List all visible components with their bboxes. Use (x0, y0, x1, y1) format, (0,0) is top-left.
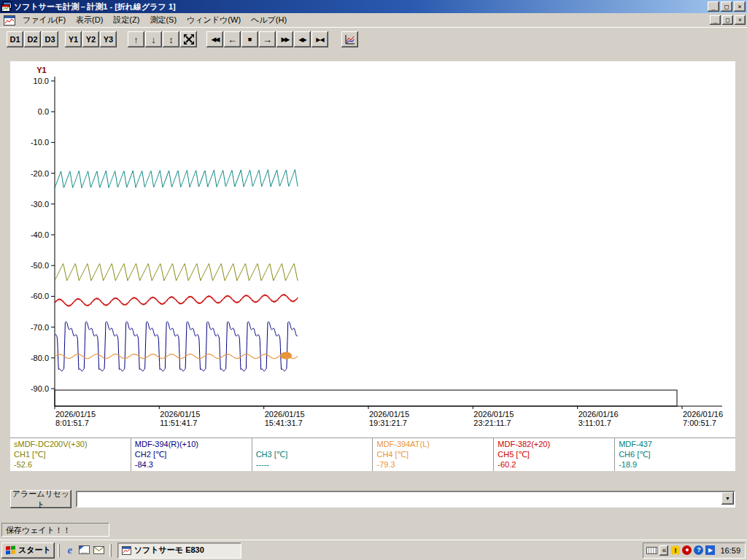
scroll-down-button[interactable]: ↓ (145, 31, 162, 47)
stop-icon: ■ (248, 36, 252, 43)
start-button[interactable]: スタート (1, 542, 55, 559)
play-tray-icon[interactable]: ▶ (705, 545, 715, 555)
line-chart[interactable]: Y110.00.0-10.0-20.0-30.0-40.0-50.0-60.0-… (10, 61, 735, 438)
y-tick-label: -70.0 (31, 323, 49, 332)
internet-explorer-icon[interactable]: e (63, 543, 77, 558)
x-tick-time: 8:01:51.7 (55, 419, 89, 427)
legend-channel: CH2 [℃] (135, 449, 248, 459)
x-tick-date: 2026/01/15 (160, 410, 200, 419)
up-down-arrow-icon: ↕ (169, 34, 174, 45)
legend-cell-ch5: MDF-382(+20) CH5 [℃] -60.2 (493, 438, 614, 471)
toolbar: D1 D2 D3 Y1 Y2 Y3 ↑ ↓ ↕ ◀◀ ← ■ → ▶▶ ◀▶ ▶… (0, 27, 747, 52)
legend-series-name (256, 439, 369, 449)
x-tick-time: 19:31:21.7 (369, 419, 407, 427)
time-range-box[interactable] (55, 390, 677, 406)
crossed-arrows-icon (184, 34, 194, 44)
legend-bar: sMDF-DC200V(+30) CH1 [℃] -52.6 MDF-394(R… (10, 438, 735, 471)
y3-button[interactable]: Y3 (100, 31, 117, 47)
task-button-softthermo[interactable]: ソフトサーモ E830 (117, 542, 241, 559)
x-tick-time: 3:11:01.7 (578, 419, 611, 427)
legend-series-name: MDF-394AT(L) (376, 439, 489, 449)
mail-icon[interactable] (92, 543, 107, 558)
legend-channel: CH4 [℃] (376, 449, 489, 459)
x-tick-date: 2026/01/15 (473, 410, 514, 419)
security-shield-icon[interactable]: ! (670, 545, 680, 555)
jump-start-button[interactable]: ◀◀ (206, 31, 223, 47)
minimize-button[interactable]: _ (708, 1, 719, 12)
y-tick-label: -90.0 (31, 384, 49, 393)
legend-cell-ch2: MDF-394(R)(+10) CH2 [℃] -84.3 (131, 438, 252, 471)
show-desktop-icon[interactable] (77, 543, 92, 558)
collapse-chevron-icon[interactable]: « (659, 545, 668, 556)
update-tray-icon[interactable]: ? (694, 545, 703, 555)
close-button[interactable]: × (734, 1, 746, 12)
mdi-minimize-button[interactable]: _ (710, 15, 721, 25)
scroll-up-button[interactable]: ↑ (128, 31, 144, 47)
keyboard-layout-icon[interactable] (646, 547, 657, 554)
legend-channel: CH3 [℃] (256, 449, 369, 459)
y-tick-label: -50.0 (31, 261, 49, 270)
menu-help[interactable]: ヘルプ(H) (246, 12, 292, 28)
x-tick-date: 2026/01/16 (578, 410, 619, 419)
x-tick-date: 2026/01/15 (369, 410, 409, 419)
mdi-close-button[interactable]: × (735, 15, 746, 25)
alert-tray-icon[interactable]: ● (682, 545, 692, 555)
series-ch4 (55, 354, 298, 359)
system-tray: « ! ● ? ▶ 16:59 (643, 542, 746, 559)
menu-view[interactable]: 表示(D) (71, 12, 108, 28)
legend-value: -60.2 (498, 459, 611, 470)
legend-value: -52.6 (14, 459, 127, 470)
status-bar: 保存ウェイト！！ (0, 520, 747, 540)
taskband-handle[interactable] (109, 544, 112, 557)
outward-arrows-icon: ◀▶ (298, 36, 306, 43)
line-graph-button[interactable] (341, 31, 358, 47)
stop-button[interactable]: ■ (241, 31, 258, 47)
combo-dropdown-button[interactable]: ▼ (721, 492, 734, 505)
menu-window[interactable]: ウィンドウ(W) (182, 12, 246, 28)
alarm-combo-input[interactable] (77, 492, 721, 506)
expand-scale-button[interactable]: ◀▶ (294, 31, 311, 47)
restore-button[interactable]: □ (721, 1, 732, 12)
mdi-child-icon[interactable] (4, 15, 15, 26)
y-tick-label: -10.0 (31, 138, 49, 147)
legend-cell-ch3: CH3 [℃] ----- (252, 438, 373, 471)
y1-button[interactable]: Y1 (65, 31, 82, 47)
down-arrow-icon: ↓ (151, 34, 156, 45)
menu-file[interactable]: ファイル(F) (18, 12, 71, 28)
legend-value: ----- (256, 459, 369, 470)
x-tick-time: 7:00:51.7 (683, 419, 716, 427)
d1-button[interactable]: D1 (7, 31, 23, 47)
jump-end-button[interactable]: ▶▶ (276, 31, 293, 47)
y-axis-title: Y1 (36, 66, 46, 74)
step-forward-button[interactable]: → (259, 31, 276, 47)
d3-button[interactable]: D3 (42, 31, 58, 47)
x-tick-date: 2026/01/15 (55, 410, 96, 419)
double-right-icon: ▶▶ (282, 36, 289, 43)
app-icon[interactable] (1, 1, 12, 12)
legend-series-name: MDF-382(+20) (498, 439, 611, 449)
series-ch1 (55, 264, 298, 281)
legend-channel: CH1 [℃] (14, 449, 127, 459)
d2-button[interactable]: D2 (24, 31, 41, 47)
quick-launch-handle[interactable] (58, 544, 60, 557)
y2-button[interactable]: Y2 (82, 31, 99, 47)
task-label: ソフトサーモ E830 (134, 545, 204, 556)
legend-series-name: MDF-437 (619, 439, 732, 449)
legend-channel: CH5 [℃] (498, 449, 611, 459)
menu-bar: ファイル(F) 表示(D) 設定(Z) 測定(S) ウィンドウ(W) ヘルプ(H… (0, 13, 747, 27)
windows-flag-icon (5, 545, 16, 555)
fit-vertical-button[interactable]: ↕ (163, 31, 179, 47)
menu-measure[interactable]: 測定(S) (144, 12, 182, 28)
menu-settings[interactable]: 設定(Z) (108, 12, 144, 28)
left-arrow-icon: ← (228, 34, 237, 45)
legend-cell-ch1: sMDF-DC200V(+30) CH1 [℃] -52.6 (10, 438, 131, 471)
series-ch6 (55, 170, 298, 188)
x-tick-date: 2026/01/15 (265, 410, 305, 419)
alarm-reset-button[interactable]: アラームリセット (10, 490, 71, 508)
compress-scale-button[interactable]: ▶◀ (311, 31, 328, 47)
step-back-button[interactable]: ← (224, 31, 241, 47)
x-tick-date: 2026/01/16 (683, 410, 723, 419)
fit-all-button[interactable] (180, 31, 197, 47)
mdi-restore-button[interactable]: □ (722, 15, 733, 25)
legend-cell-ch6: MDF-437 CH6 [℃] -18.9 (614, 438, 735, 471)
